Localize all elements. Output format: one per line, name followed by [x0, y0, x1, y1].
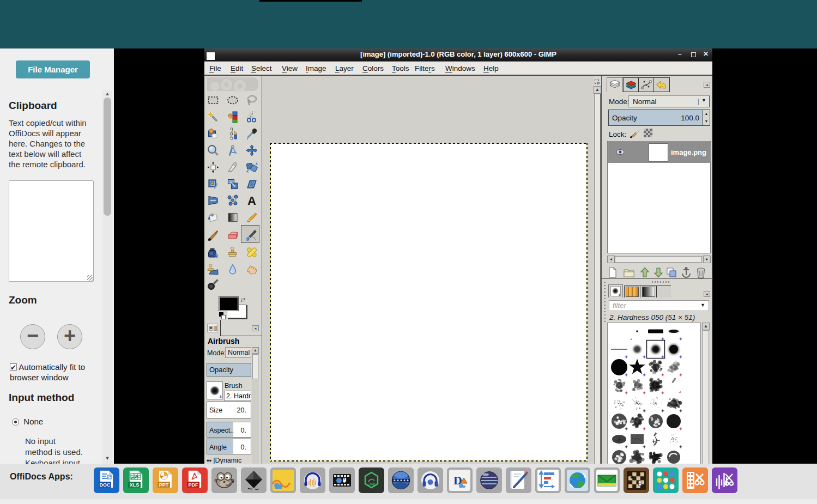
svg-text:+: + [219, 394, 222, 400]
svg-text:A: A [247, 194, 256, 207]
svg-text:DOC: DOC [100, 482, 111, 488]
svg-text:PPT: PPT [159, 482, 169, 488]
svg-text:LAME: LAME [368, 483, 376, 486]
svg-text:XLS: XLS [130, 482, 140, 488]
svg-text:PDF: PDF [189, 482, 199, 488]
